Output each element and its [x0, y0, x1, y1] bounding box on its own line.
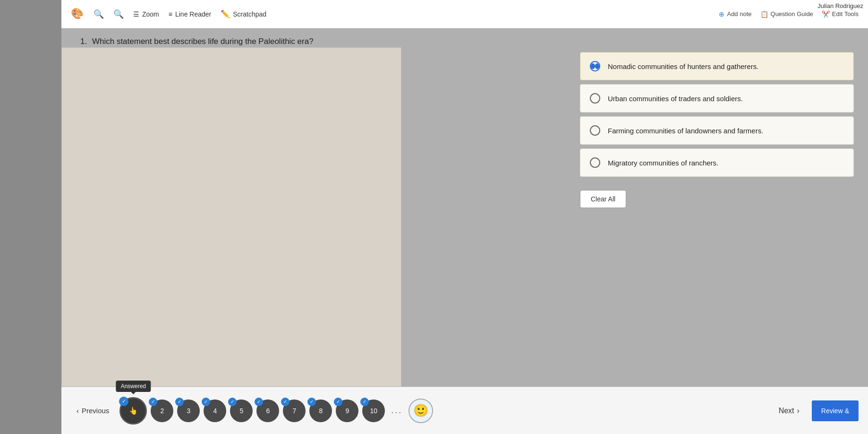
scratchpad-icon: ✏️ [221, 9, 230, 18]
option-d[interactable]: Migratory communities of ranchers. [580, 148, 854, 177]
next-button[interactable]: Next › [771, 403, 807, 419]
q3-check-icon: ✓ [175, 398, 184, 406]
option-d-radio [590, 157, 600, 168]
next-label: Next [779, 407, 794, 415]
bottom-navigation: ‹ Previous Answered ✓ 👆 ✓ 2 ✓ 3 ✓ 4 ✓ [61, 387, 868, 434]
edit-tools-button[interactable]: ✂️ Edit Tools [822, 10, 859, 18]
q10-number: 10 [370, 407, 378, 415]
toolbar: 🎨 🔍 🔍 ☰ Zoom ≡ Line Reader ✏️ Scratchpad… [61, 0, 868, 28]
search-zoom-in-icon[interactable]: 🔍 [113, 9, 124, 19]
add-note-button[interactable]: ⊕ Add note [719, 10, 751, 18]
question-text: Which statement best describes life duri… [92, 37, 314, 46]
options-panel: Nomadic communities of hunters and gathe… [580, 52, 854, 208]
left-sidebar [0, 0, 61, 434]
next-chevron-icon: › [797, 407, 800, 415]
q7-check-icon: ✓ [281, 398, 289, 406]
q1-cursor-icon: 👆 [129, 407, 138, 415]
line-reader-icon: ≡ [169, 10, 172, 18]
q2-check-icon: ✓ [149, 398, 157, 406]
option-a-text: Nomadic communities of hunters and gathe… [608, 62, 758, 70]
add-note-icon: ⊕ [719, 10, 724, 18]
option-c[interactable]: Farming communities of landowners and fa… [580, 116, 854, 145]
edit-tools-icon: ✂️ [822, 10, 830, 18]
search-zoom-out-icon[interactable]: 🔍 [94, 9, 104, 19]
question-nav-8[interactable]: ✓ 8 [309, 399, 332, 422]
q7-number: 7 [292, 407, 296, 415]
q3-number: 3 [187, 407, 190, 415]
option-d-text: Migratory communities of ranchers. [608, 159, 718, 167]
line-reader-button[interactable]: ≡ Line Reader [169, 10, 211, 18]
previous-button[interactable]: ‹ Previous [71, 403, 115, 418]
question-nav-1[interactable]: Answered ✓ 👆 [119, 397, 147, 425]
question-nav-6[interactable]: ✓ 6 [256, 399, 279, 422]
prev-chevron-icon: ‹ [77, 407, 79, 415]
question-guide-button[interactable]: 📋 Question Guide [760, 10, 813, 18]
palette-icon[interactable]: 🎨 [71, 8, 84, 21]
question-nav-4[interactable]: ✓ 4 [204, 399, 226, 422]
question-guide-icon: 📋 [760, 10, 768, 18]
smiley-icon: 🙂 [413, 403, 428, 418]
question-nav-3[interactable]: ✓ 3 [177, 399, 200, 422]
q4-number: 4 [213, 407, 217, 415]
user-name-display: Julian Rodriguez [817, 2, 863, 9]
question-nav-items: Answered ✓ 👆 ✓ 2 ✓ 3 ✓ 4 ✓ 5 ✓ 6 [119, 397, 766, 425]
ellipsis: ... [389, 406, 405, 416]
smiley-button[interactable]: 🙂 [408, 399, 433, 423]
question-nav-5[interactable]: ✓ 5 [230, 399, 253, 422]
option-b[interactable]: Urban communities of traders and soldier… [580, 84, 854, 113]
question-nav-10[interactable]: ✓ 10 [362, 399, 385, 422]
q1-check-icon: ✓ [119, 397, 128, 406]
q5-check-icon: ✓ [228, 398, 237, 406]
scratchpad-label: Scratchpad [233, 10, 266, 18]
question-container: 1. Which statement best describes life d… [80, 37, 314, 46]
q6-number: 6 [266, 407, 270, 415]
question-guide-label: Question Guide [771, 10, 813, 17]
toolbar-left: 🎨 🔍 🔍 ☰ Zoom ≡ Line Reader ✏️ Scratchpad [71, 8, 719, 21]
option-c-text: Farming communities of landowners and fa… [608, 127, 763, 135]
add-note-label: Add note [727, 10, 751, 17]
content-image-area [61, 47, 401, 387]
question-number: 1. [80, 37, 87, 46]
q5-number: 5 [239, 407, 243, 415]
zoom-button[interactable]: ☰ Zoom [133, 10, 159, 18]
review-button[interactable]: Review & [812, 400, 859, 421]
question-nav-2[interactable]: ✓ 2 [151, 399, 173, 422]
q4-check-icon: ✓ [202, 398, 210, 406]
previous-label: Previous [82, 407, 109, 415]
option-b-radio [590, 93, 600, 104]
edit-tools-label: Edit Tools [832, 10, 859, 17]
q8-check-icon: ✓ [307, 398, 316, 406]
option-b-text: Urban communities of traders and soldier… [608, 95, 743, 103]
toolbar-right: ⊕ Add note 📋 Question Guide ✂️ Edit Tool… [719, 10, 859, 18]
option-a[interactable]: Nomadic communities of hunters and gathe… [580, 52, 854, 80]
q9-check-icon: ✓ [334, 398, 342, 406]
option-c-radio [590, 125, 600, 136]
line-reader-label: Line Reader [175, 10, 211, 18]
zoom-icon: ☰ [133, 10, 139, 18]
answered-tooltip: Answered [116, 381, 151, 392]
question-nav-7[interactable]: ✓ 7 [283, 399, 306, 422]
scratchpad-button[interactable]: ✏️ Scratchpad [221, 9, 266, 18]
q8-number: 8 [319, 407, 323, 415]
q6-check-icon: ✓ [255, 398, 263, 406]
q9-number: 9 [345, 407, 349, 415]
clear-all-button[interactable]: Clear All [580, 190, 626, 208]
q10-check-icon: ✓ [360, 398, 369, 406]
zoom-label: Zoom [142, 10, 159, 18]
option-a-radio [590, 61, 600, 71]
question-nav-9[interactable]: ✓ 9 [336, 399, 358, 422]
q2-number: 2 [160, 407, 164, 415]
